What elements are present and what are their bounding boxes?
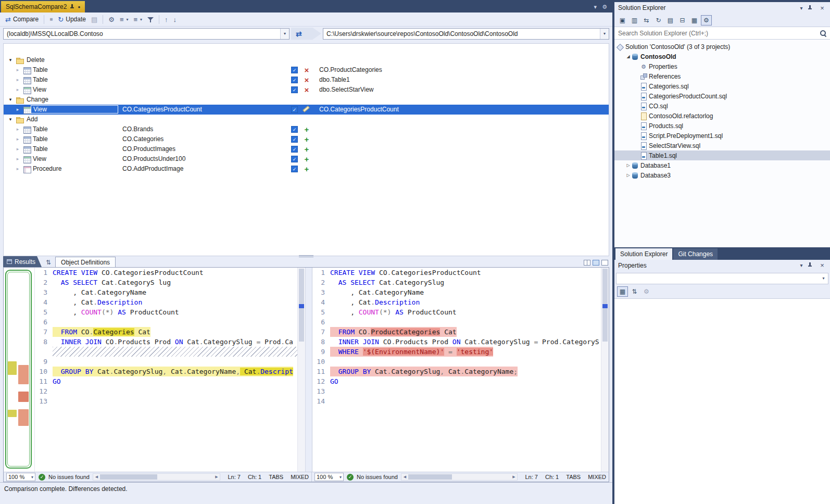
tree-expander-icon[interactable]: ◢ <box>625 54 632 59</box>
include-checkbox[interactable]: ✓ <box>291 77 298 83</box>
document-tab[interactable]: SqlSchemaCompare2 ● <box>1 1 85 12</box>
grid-row[interactable]: ▸View✓×dbo.SelectStarView <box>4 85 609 95</box>
options-button[interactable]: ⚙ <box>106 14 117 25</box>
include-checkbox[interactable]: ✓ <box>291 67 298 73</box>
zoom-select[interactable]: 100 % ▾ <box>315 473 344 481</box>
expander-icon[interactable]: ▸ <box>14 124 21 134</box>
target-code[interactable]: 1CREATE VIEW CO.CategoriesProductCount2 … <box>312 268 609 472</box>
code-line[interactable]: 3 , Cat.CategoryName <box>35 287 305 297</box>
scroll-left-icon[interactable]: ◀ <box>93 475 100 479</box>
expander-icon[interactable]: ▸ <box>14 65 21 75</box>
editor-splitter[interactable] <box>306 268 312 472</box>
grid-row[interactable]: ▸Table✓×CO.ProductCategories <box>4 65 609 75</box>
pin-icon[interactable] <box>70 4 74 10</box>
code-line[interactable]: 4 , Cat.Description <box>312 297 609 307</box>
properties-button[interactable]: ⚙ <box>701 15 712 26</box>
categorized-button[interactable]: ▦ <box>617 286 628 297</box>
tree-item[interactable]: Table1.sql <box>614 150 830 160</box>
grid-row[interactable]: ▸TableCO.ProductImages✓+ <box>4 144 609 154</box>
compare-button[interactable]: ⇄Compare <box>3 14 41 25</box>
window-position-icon[interactable]: ▾ <box>797 262 806 268</box>
tab-object-definitions[interactable]: Object Definitions <box>55 257 116 267</box>
code-line[interactable]: 7 FROM CO.Categories Cat <box>35 327 305 337</box>
diff-overview-map[interactable] <box>4 268 35 472</box>
switch-direction-button[interactable]: ⇄ <box>291 28 321 40</box>
code-line[interactable]: 12 <box>35 386 305 396</box>
chevron-down-icon[interactable]: ▾ <box>600 29 609 39</box>
tree-item[interactable]: CO.sql <box>614 101 830 111</box>
code-line[interactable]: 2 AS SELECT Cat.CategorySlug <box>312 278 609 287</box>
zoom-select[interactable]: 100 % ▾ <box>6 473 35 481</box>
property-pages-button[interactable]: ⚙ <box>641 286 652 297</box>
code-line[interactable]: 9 <box>35 357 305 367</box>
expander-icon[interactable]: ▾ <box>7 95 14 105</box>
tree-item[interactable]: ▷Database3 <box>614 170 830 180</box>
properties-title-bar[interactable]: Properties ▾ × <box>614 260 830 271</box>
chevron-down-icon[interactable]: ▾ <box>819 273 828 284</box>
tree-item[interactable]: Products.sql <box>614 121 830 131</box>
tab-solution-explorer[interactable]: Solution Explorer <box>615 248 672 260</box>
vertical-scrollbar[interactable] <box>297 268 305 472</box>
refresh-button[interactable]: ↻ <box>653 15 664 26</box>
sync-with-active-document-button[interactable]: ⇆ <box>641 15 652 26</box>
grid-row[interactable]: ▸ProcedureCO.AddProductImage✓+ <box>4 164 609 174</box>
code-line[interactable] <box>35 347 305 357</box>
diff-band[interactable] <box>18 365 29 384</box>
code-line[interactable]: 13 <box>312 386 609 396</box>
code-line[interactable]: 1CREATE VIEW CO.CategoriesProductCount <box>312 268 609 278</box>
tree-expander-icon[interactable]: ▷ <box>625 163 632 168</box>
include-checkbox[interactable]: ✓ <box>291 86 298 93</box>
switch-views-button[interactable]: ▣ <box>617 15 628 26</box>
tree-expander-icon[interactable]: ▷ <box>625 173 632 178</box>
expander-icon[interactable]: ▸ <box>14 134 21 144</box>
close-icon[interactable]: × <box>818 261 826 269</box>
group-results-button[interactable]: ≡▾ <box>118 14 131 25</box>
window-position-icon[interactable]: ▾ <box>797 5 806 11</box>
tree-item[interactable]: SelectStarView.sql <box>614 141 830 150</box>
tree-item[interactable]: CategoriesProductCount.sql <box>614 91 830 101</box>
expander-icon[interactable]: ▸ <box>14 75 21 85</box>
grid-row[interactable]: ▸Table✓×dbo.Table1 <box>4 75 609 85</box>
include-checkbox[interactable]: ✓ <box>291 136 298 143</box>
tree-item[interactable]: Solution 'ContosoOld' (3 of 3 projects) <box>614 42 830 52</box>
code-line[interactable]: 5 , COUNT(*) AS ProductCount <box>312 307 609 317</box>
include-checkbox[interactable]: ✓ <box>291 106 298 113</box>
expander-icon[interactable]: ▸ <box>14 144 21 154</box>
vertical-scrollbar[interactable] <box>601 268 609 472</box>
code-line[interactable]: 11 GROUP BY Cat.CategorySlug, Cat.Catego… <box>312 367 609 376</box>
scrollbar-thumb[interactable] <box>408 474 452 480</box>
code-line[interactable]: 8 INNER JOIN CO.Products Prod ON Cat.Cat… <box>312 337 609 347</box>
expander-icon[interactable]: ▸ <box>14 154 21 164</box>
code-line[interactable]: 5 , COUNT(*) AS ProductCount <box>35 307 305 317</box>
include-checkbox[interactable]: ✓ <box>291 126 298 133</box>
grid-row[interactable]: ▸ViewCO.ProductsUnder100✓+ <box>4 154 609 164</box>
collapse-all-button[interactable]: ⊟ <box>677 15 688 26</box>
pane-split-vertical-icon[interactable] <box>584 260 590 266</box>
diff-band[interactable] <box>18 392 29 402</box>
include-checkbox[interactable]: ✓ <box>291 166 298 172</box>
tree-item[interactable]: Script.PreDeployment1.sql <box>614 131 830 141</box>
filter-results-button[interactable]: ≡▾ <box>131 14 144 25</box>
sort-order-icon[interactable]: ⇅ <box>46 259 51 266</box>
tree-item[interactable]: References <box>614 71 830 81</box>
code-line[interactable]: 2 AS SELECT Cat.CategoryS lug <box>35 278 305 287</box>
diff-band[interactable] <box>8 361 17 375</box>
code-line[interactable]: 14 <box>312 396 609 406</box>
target-code-editor[interactable]: 1CREATE VIEW CO.CategoriesProductCount2 … <box>312 268 609 472</box>
code-line[interactable]: 8 INNER JOIN CO.Products Prod ON Cat.Cat… <box>35 337 305 347</box>
source-code-editor[interactable]: 1CREATE VIEW CO.CategoriesProductCount2 … <box>35 268 306 472</box>
diff-band[interactable] <box>8 410 17 417</box>
scroll-right-icon[interactable]: ▶ <box>510 475 517 479</box>
horizontal-scrollbar[interactable]: ◀ ▶ <box>93 473 221 481</box>
expander-icon[interactable]: ▸ <box>14 164 21 174</box>
filter-button[interactable] <box>145 14 156 25</box>
code-line[interactable]: 1CREATE VIEW CO.CategoriesProductCount <box>35 268 305 278</box>
source-dropdown[interactable]: (localdb)\MSSQLLocalDB.Contoso ▾ <box>3 28 290 40</box>
tree-item[interactable]: Categories.sql <box>614 81 830 91</box>
tree-item[interactable]: ContosoOld.refactorlog <box>614 111 830 121</box>
code-line[interactable]: 13 <box>35 396 305 406</box>
code-line[interactable]: 6 <box>312 317 609 327</box>
code-line[interactable]: 9 WHERE '$(EnvironmentName)' = 'testing' <box>312 347 609 357</box>
expander-icon[interactable]: ▾ <box>7 55 14 65</box>
grid-row[interactable]: ▸TableCO.Brands✓+ <box>4 124 609 134</box>
